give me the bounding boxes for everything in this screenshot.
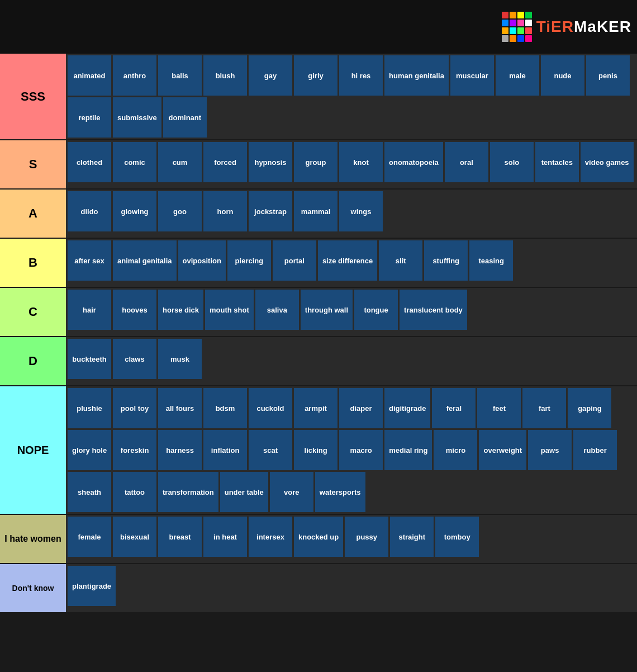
tag-a-2[interactable]: goo: [158, 191, 202, 231]
tag-s-9[interactable]: solo: [490, 142, 534, 182]
tag-nope-4[interactable]: cuckold: [249, 388, 292, 428]
tag-hate-3[interactable]: in heat: [203, 517, 247, 557]
tag-a-4[interactable]: jockstrap: [249, 191, 292, 231]
tag-nope-5[interactable]: armpit: [294, 388, 337, 428]
tag-b-0[interactable]: after sex: [68, 240, 111, 281]
tag-nope-15[interactable]: inflation: [203, 430, 247, 470]
tag-a-1[interactable]: glowing: [113, 191, 156, 231]
tag-nope-1[interactable]: pool toy: [113, 388, 156, 428]
tag-nope-13[interactable]: foreskin: [113, 430, 156, 470]
logo-cell-8: [502, 27, 508, 34]
tag-nope-23[interactable]: rubber: [573, 430, 617, 470]
tag-sss-10[interactable]: nude: [541, 55, 584, 96]
tag-nope-22[interactable]: paws: [528, 430, 572, 470]
tag-c-0[interactable]: hair: [68, 290, 111, 330]
tag-sss-9[interactable]: male: [496, 55, 539, 96]
tag-sss-3[interactable]: blush: [203, 55, 247, 96]
tag-sss-13[interactable]: submissive: [113, 97, 161, 138]
tag-a-0[interactable]: dildo: [68, 191, 111, 231]
tag-a-5[interactable]: mammal: [294, 191, 337, 231]
tag-nope-6[interactable]: diaper: [339, 388, 383, 428]
tag-b-2[interactable]: oviposition: [178, 240, 226, 281]
tag-s-1[interactable]: comic: [113, 142, 156, 182]
tag-s-3[interactable]: forced: [203, 142, 247, 182]
tag-nope-25[interactable]: tattoo: [113, 472, 156, 512]
tag-b-3[interactable]: piercing: [227, 240, 271, 281]
tag-b-5[interactable]: size difference: [318, 240, 377, 281]
tag-sss-2[interactable]: balls: [158, 55, 202, 96]
tag-b-4[interactable]: portal: [273, 240, 316, 281]
tag-sss-4[interactable]: gay: [249, 55, 292, 96]
tag-c-6[interactable]: tongue: [354, 290, 398, 330]
tag-nope-26[interactable]: transformation: [158, 472, 218, 512]
tag-nope-20[interactable]: micro: [434, 430, 477, 470]
tag-c-4[interactable]: saliva: [255, 290, 299, 330]
tag-c-1[interactable]: hooves: [113, 290, 156, 330]
tag-hate-2[interactable]: breast: [158, 517, 202, 557]
tag-hate-0[interactable]: female: [68, 517, 111, 557]
tier-row-sss: SSSanimatedanthroballsblushgaygirlyhi re…: [0, 54, 637, 140]
tag-nope-17[interactable]: licking: [294, 430, 337, 470]
tag-s-10[interactable]: tentacles: [535, 142, 579, 182]
tag-nope-10[interactable]: fart: [522, 388, 566, 428]
tag-nope-18[interactable]: macro: [339, 430, 383, 470]
tag-c-7[interactable]: translucent body: [400, 290, 467, 330]
tag-b-8[interactable]: teasing: [469, 240, 513, 281]
tag-nope-2[interactable]: all fours: [158, 388, 202, 428]
tag-sss-7[interactable]: human genitalia: [384, 55, 449, 96]
tag-sss-0[interactable]: animated: [68, 55, 111, 96]
tag-nope-7[interactable]: digitigrade: [384, 388, 430, 428]
tag-nope-24[interactable]: sheath: [68, 472, 111, 512]
tag-s-4[interactable]: hypnosis: [249, 142, 292, 182]
tag-hate-6[interactable]: pussy: [345, 517, 388, 557]
tag-d-1[interactable]: claws: [113, 339, 156, 379]
tag-a-3[interactable]: horn: [203, 191, 247, 231]
tag-nope-21[interactable]: overweight: [479, 430, 526, 470]
tag-s-11[interactable]: video games: [581, 142, 634, 182]
tag-s-7[interactable]: onomatopoeia: [384, 142, 443, 182]
tier-row-a: Adildoglowinggoohornjockstrapmammalwings: [0, 190, 637, 239]
tag-hate-8[interactable]: tomboy: [435, 517, 479, 557]
tag-sss-12[interactable]: reptile: [68, 97, 111, 138]
tag-nope-9[interactable]: feet: [477, 388, 521, 428]
tag-nope-8[interactable]: feral: [432, 388, 476, 428]
tag-c-5[interactable]: through wall: [301, 290, 353, 330]
tag-nope-19[interactable]: medial ring: [384, 430, 432, 470]
tag-s-6[interactable]: knot: [339, 142, 383, 182]
tag-c-2[interactable]: horse dick: [158, 290, 203, 330]
tag-nope-16[interactable]: scat: [249, 430, 292, 470]
tag-nope-0[interactable]: plushie: [68, 388, 111, 428]
logo-cell-6: [517, 20, 524, 26]
tag-s-8[interactable]: oral: [445, 142, 488, 182]
tag-nope-3[interactable]: bdsm: [203, 388, 247, 428]
tag-dontknow-0[interactable]: plantigrade: [68, 566, 116, 606]
tag-b-1[interactable]: animal genitalia: [113, 240, 177, 281]
tag-s-2[interactable]: cum: [158, 142, 202, 182]
tag-sss-1[interactable]: anthro: [113, 55, 156, 96]
tag-sss-8[interactable]: muscular: [450, 55, 494, 96]
tag-s-5[interactable]: group: [294, 142, 337, 182]
tag-sss-6[interactable]: hi res: [339, 55, 383, 96]
tag-hate-4[interactable]: intersex: [249, 517, 292, 557]
tag-b-6[interactable]: slit: [379, 240, 422, 281]
tag-nope-28[interactable]: vore: [270, 472, 313, 512]
tag-a-6[interactable]: wings: [339, 191, 383, 231]
tag-nope-29[interactable]: watersports: [315, 472, 365, 512]
tier-label-hate: I hate women: [0, 515, 66, 563]
tag-sss-5[interactable]: girly: [294, 55, 337, 96]
tag-hate-1[interactable]: bisexual: [113, 517, 156, 557]
tag-s-0[interactable]: clothed: [68, 142, 111, 182]
tag-sss-11[interactable]: penis: [586, 55, 630, 96]
tag-hate-5[interactable]: knocked up: [294, 517, 343, 557]
tag-nope-14[interactable]: harness: [158, 430, 202, 470]
tag-d-0[interactable]: buckteeth: [68, 339, 111, 379]
tag-sss-14[interactable]: dominant: [163, 97, 207, 138]
tag-nope-11[interactable]: gaping: [568, 388, 611, 428]
tag-nope-27[interactable]: under table: [220, 472, 268, 512]
tier-items-c: hairhooveshorse dickmouth shotsalivathro…: [66, 288, 637, 336]
tag-b-7[interactable]: stuffing: [424, 240, 468, 281]
tag-c-3[interactable]: mouth shot: [205, 290, 254, 330]
tag-nope-12[interactable]: glory hole: [68, 430, 111, 470]
tag-d-2[interactable]: musk: [158, 339, 202, 379]
tag-hate-7[interactable]: straight: [390, 517, 434, 557]
